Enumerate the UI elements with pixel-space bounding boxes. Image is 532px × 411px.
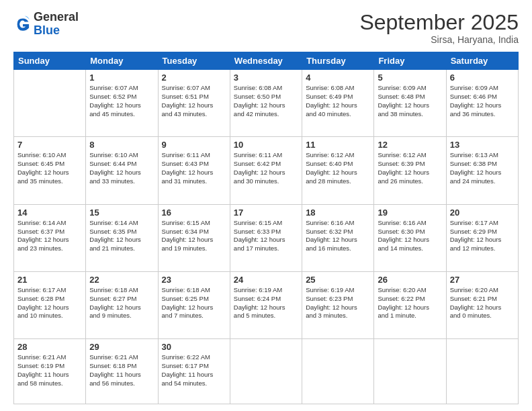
table-row: 18Sunrise: 6:16 AM Sunset: 6:32 PM Dayli… (302, 204, 374, 271)
day-number: 25 (306, 275, 370, 285)
logo-general-text: General (34, 11, 79, 24)
table-row: 4Sunrise: 6:08 AM Sunset: 6:49 PM Daylig… (302, 70, 374, 137)
day-info: Sunrise: 6:10 AM Sunset: 6:45 PM Dayligh… (17, 151, 82, 185)
day-info: Sunrise: 6:16 AM Sunset: 6:32 PM Dayligh… (306, 219, 370, 253)
table-row: 3Sunrise: 6:08 AM Sunset: 6:50 PM Daylig… (230, 70, 302, 137)
header-friday: Friday (374, 52, 446, 70)
day-number: 8 (89, 140, 154, 150)
day-number: 21 (17, 275, 82, 285)
day-number: 20 (450, 208, 515, 218)
header-sunday: Sunday (14, 52, 86, 70)
day-info: Sunrise: 6:11 AM Sunset: 6:42 PM Dayligh… (234, 151, 298, 185)
table-row (14, 70, 86, 137)
day-info: Sunrise: 6:18 AM Sunset: 6:27 PM Dayligh… (89, 286, 154, 320)
day-number: 2 (162, 73, 226, 83)
header-thursday: Thursday (302, 52, 374, 70)
day-number: 11 (306, 140, 370, 150)
day-number: 14 (17, 208, 82, 218)
table-row: 26Sunrise: 6:20 AM Sunset: 6:22 PM Dayli… (374, 271, 446, 338)
day-number: 28 (17, 342, 82, 352)
table-row: 7Sunrise: 6:10 AM Sunset: 6:45 PM Daylig… (14, 137, 86, 204)
table-row: 20Sunrise: 6:17 AM Sunset: 6:29 PM Dayli… (446, 204, 518, 271)
table-row (374, 339, 446, 404)
table-row: 22Sunrise: 6:18 AM Sunset: 6:27 PM Dayli… (86, 271, 158, 338)
calendar-header-row: Sunday Monday Tuesday Wednesday Thursday… (14, 52, 519, 70)
logo-text: General Blue (34, 11, 79, 38)
day-info: Sunrise: 6:15 AM Sunset: 6:33 PM Dayligh… (234, 219, 298, 253)
day-number: 13 (450, 140, 515, 150)
day-number: 3 (234, 73, 298, 83)
day-number: 9 (162, 140, 226, 150)
title-block: September 2025 Sirsa, Haryana, India (359, 11, 519, 45)
table-row: 1Sunrise: 6:07 AM Sunset: 6:52 PM Daylig… (86, 70, 158, 137)
header-wednesday: Wednesday (230, 52, 302, 70)
header-tuesday: Tuesday (158, 52, 230, 70)
table-row: 15Sunrise: 6:14 AM Sunset: 6:35 PM Dayli… (86, 204, 158, 271)
day-number: 17 (234, 208, 298, 218)
day-info: Sunrise: 6:09 AM Sunset: 6:48 PM Dayligh… (378, 84, 442, 118)
day-info: Sunrise: 6:21 AM Sunset: 6:18 PM Dayligh… (89, 353, 154, 387)
day-info: Sunrise: 6:19 AM Sunset: 6:24 PM Dayligh… (234, 286, 298, 320)
logo-icon (13, 15, 32, 34)
day-number: 23 (162, 275, 226, 285)
table-row: 27Sunrise: 6:20 AM Sunset: 6:21 PM Dayli… (446, 271, 518, 338)
table-row (302, 339, 374, 404)
day-info: Sunrise: 6:12 AM Sunset: 6:39 PM Dayligh… (378, 151, 442, 185)
day-number: 16 (162, 208, 226, 218)
day-info: Sunrise: 6:09 AM Sunset: 6:46 PM Dayligh… (450, 84, 515, 118)
day-info: Sunrise: 6:12 AM Sunset: 6:40 PM Dayligh… (306, 151, 370, 185)
day-info: Sunrise: 6:21 AM Sunset: 6:19 PM Dayligh… (17, 353, 82, 387)
day-info: Sunrise: 6:20 AM Sunset: 6:22 PM Dayligh… (378, 286, 442, 320)
day-number: 12 (378, 140, 442, 150)
table-row: 12Sunrise: 6:12 AM Sunset: 6:39 PM Dayli… (374, 137, 446, 204)
day-number: 19 (378, 208, 442, 218)
logo: General Blue (13, 11, 79, 38)
day-number: 7 (17, 140, 82, 150)
day-info: Sunrise: 6:07 AM Sunset: 6:51 PM Dayligh… (162, 84, 226, 118)
header-monday: Monday (86, 52, 158, 70)
calendar-table: Sunday Monday Tuesday Wednesday Thursday… (13, 52, 519, 404)
day-number: 5 (378, 73, 442, 83)
day-info: Sunrise: 6:17 AM Sunset: 6:28 PM Dayligh… (17, 286, 82, 320)
day-info: Sunrise: 6:17 AM Sunset: 6:29 PM Dayligh… (450, 219, 515, 253)
table-row: 21Sunrise: 6:17 AM Sunset: 6:28 PM Dayli… (14, 271, 86, 338)
table-row: 30Sunrise: 6:22 AM Sunset: 6:17 PM Dayli… (158, 339, 230, 404)
day-info: Sunrise: 6:10 AM Sunset: 6:44 PM Dayligh… (89, 151, 154, 185)
table-row: 17Sunrise: 6:15 AM Sunset: 6:33 PM Dayli… (230, 204, 302, 271)
table-row: 13Sunrise: 6:13 AM Sunset: 6:38 PM Dayli… (446, 137, 518, 204)
day-info: Sunrise: 6:08 AM Sunset: 6:49 PM Dayligh… (306, 84, 370, 118)
day-info: Sunrise: 6:16 AM Sunset: 6:30 PM Dayligh… (378, 219, 442, 253)
day-info: Sunrise: 6:07 AM Sunset: 6:52 PM Dayligh… (89, 84, 154, 118)
day-number: 22 (89, 275, 154, 285)
day-number: 30 (162, 342, 226, 352)
day-number: 15 (89, 208, 154, 218)
page-subtitle: Sirsa, Haryana, India (359, 34, 519, 45)
day-info: Sunrise: 6:14 AM Sunset: 6:37 PM Dayligh… (17, 219, 82, 253)
day-number: 24 (234, 275, 298, 285)
day-info: Sunrise: 6:20 AM Sunset: 6:21 PM Dayligh… (450, 286, 515, 320)
day-info: Sunrise: 6:22 AM Sunset: 6:17 PM Dayligh… (162, 353, 226, 387)
day-info: Sunrise: 6:19 AM Sunset: 6:23 PM Dayligh… (306, 286, 370, 320)
table-row: 6Sunrise: 6:09 AM Sunset: 6:46 PM Daylig… (446, 70, 518, 137)
day-number: 10 (234, 140, 298, 150)
table-row: 19Sunrise: 6:16 AM Sunset: 6:30 PM Dayli… (374, 204, 446, 271)
table-row: 10Sunrise: 6:11 AM Sunset: 6:42 PM Dayli… (230, 137, 302, 204)
table-row: 25Sunrise: 6:19 AM Sunset: 6:23 PM Dayli… (302, 271, 374, 338)
day-number: 18 (306, 208, 370, 218)
table-row: 14Sunrise: 6:14 AM Sunset: 6:37 PM Dayli… (14, 204, 86, 271)
table-row: 23Sunrise: 6:18 AM Sunset: 6:25 PM Dayli… (158, 271, 230, 338)
day-number: 26 (378, 275, 442, 285)
logo-blue-text: Blue (34, 24, 79, 38)
table-row: 24Sunrise: 6:19 AM Sunset: 6:24 PM Dayli… (230, 271, 302, 338)
day-number: 1 (89, 73, 154, 83)
day-info: Sunrise: 6:14 AM Sunset: 6:35 PM Dayligh… (89, 219, 154, 253)
day-info: Sunrise: 6:13 AM Sunset: 6:38 PM Dayligh… (450, 151, 515, 185)
table-row: 16Sunrise: 6:15 AM Sunset: 6:34 PM Dayli… (158, 204, 230, 271)
table-row: 9Sunrise: 6:11 AM Sunset: 6:43 PM Daylig… (158, 137, 230, 204)
table-row (230, 339, 302, 404)
day-info: Sunrise: 6:11 AM Sunset: 6:43 PM Dayligh… (162, 151, 226, 185)
day-number: 4 (306, 73, 370, 83)
table-row: 2Sunrise: 6:07 AM Sunset: 6:51 PM Daylig… (158, 70, 230, 137)
day-number: 29 (89, 342, 154, 352)
day-info: Sunrise: 6:15 AM Sunset: 6:34 PM Dayligh… (162, 219, 226, 253)
